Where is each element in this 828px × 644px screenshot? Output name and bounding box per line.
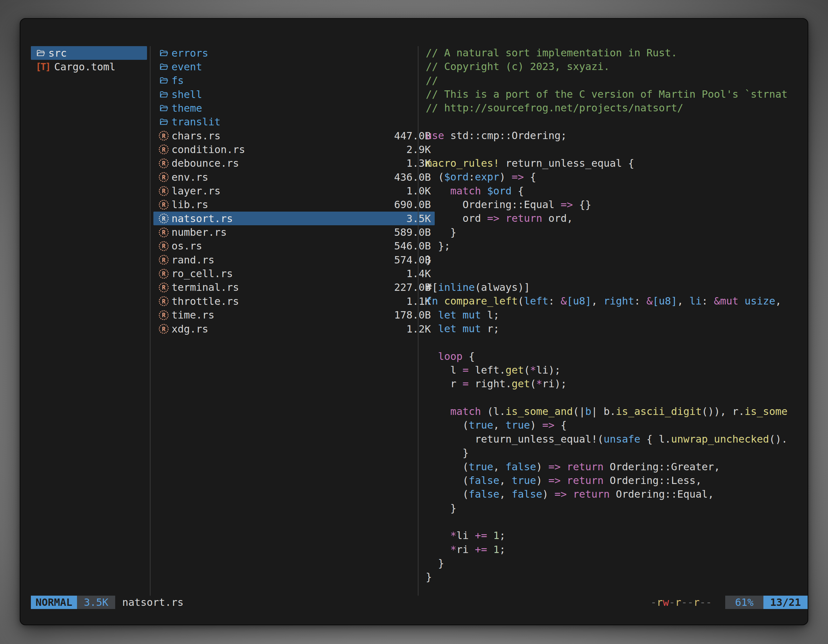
code-line: match $ord { [426,184,524,198]
file-row[interactable]: Rxdg.rs1.2K [154,322,435,336]
rust-file-icon: R [159,213,169,223]
file-row[interactable]: Rlib.rs690.0B [154,198,435,212]
code-line: r = right.get(*ri); [426,377,567,391]
folder-icon [159,118,169,126]
code-line: use std::cmp::Ordering; [426,129,567,143]
code-line: } [426,226,456,239]
code-line: }; [426,239,450,253]
directory-row[interactable]: errors [154,46,435,60]
file-name: throttle.rs [171,295,239,307]
code-line: #[inline(always)] [426,280,530,294]
folder-icon [36,49,45,58]
file-name: src [49,47,67,59]
file-row[interactable]: Rro_cell.rs1.4K [154,267,435,280]
desktop-background: src[T]Cargo.toml errorseventfsshelltheme… [0,0,828,644]
code-line: // This is a port of the C version of Ma… [426,88,787,101]
file-name: layer.rs [171,185,221,197]
file-row[interactable]: Rlayer.rs1.0K [154,184,435,198]
file-name: Cargo.toml [54,61,116,73]
code-line: let mut l; [426,308,499,322]
file-row[interactable]: Ros.rs546.0B [154,239,435,253]
rust-file-icon: R [159,296,169,306]
code-line: (false, false) => return Ordering::Equal… [426,487,714,501]
toml-file-icon: [T] [36,61,51,72]
directory-row[interactable]: fs [154,74,435,88]
pane-separator [150,46,151,595]
rust-file-icon: R [159,310,169,320]
code-line: ($ord:expr) => { [426,170,536,184]
rust-file-icon: R [159,172,169,182]
file-row[interactable]: Renv.rs436.0B [154,170,435,184]
code-line: } [426,556,444,570]
file-name: ro_cell.rs [171,268,233,280]
file-name: chars.rs [171,130,221,142]
file-row[interactable]: Rnumber.rs589.0B [154,226,435,239]
folder-icon [159,49,169,58]
code-line: ord => return ord, [426,212,573,225]
directory-row[interactable]: shell [154,88,435,101]
rust-file-icon: R [159,186,169,196]
rust-file-icon: R [159,255,169,265]
code-line: // A natural sort implementation in Rust… [426,46,677,60]
directory-row[interactable]: event [154,60,435,74]
file-name: lib.rs [171,199,209,211]
file-name: event [171,61,202,73]
scroll-percent-chip: 61% [725,595,764,609]
file-size-chip: 3.5K [77,595,115,609]
code-line: } [426,253,432,266]
code-line: // http://sourcefrog.net/projects/natsor… [426,101,683,115]
cursor-position-chip: 13/21 [764,595,808,609]
rust-file-icon: R [159,158,169,168]
rust-file-icon: R [159,144,169,154]
code-line: loop { [426,350,475,364]
file-row[interactable]: Rcondition.rs2.9K [154,143,435,156]
code-preview-pane: // A natural sort implementation in Rust… [426,46,802,595]
folder-icon [159,104,169,113]
code-line: return_unless_equal!(unsafe { l.unwrap_u… [426,432,787,446]
file-row[interactable]: [T]Cargo.toml [31,60,147,74]
code-line: (true, true) => { [426,418,567,432]
code-line: macro_rules! return_unless_equal { [426,157,634,170]
folder-icon [159,76,169,85]
current-directory-pane: errorseventfsshellthemetranslitRchars.rs… [154,46,435,595]
directory-row[interactable]: theme [154,101,435,115]
code-line: } [426,501,456,515]
status-bar: NORMAL 3.5K natsort.rs -rw-r--r-- 61% 13… [20,595,808,609]
rust-file-icon: R [159,324,169,334]
code-line: fn compare_left(left: &[u8], right: &[u8… [426,294,781,308]
file-name: debounce.rs [171,157,239,169]
code-line: match (l.is_some_and(|b| b.is_ascii_digi… [426,405,787,418]
directory-row[interactable]: src [31,46,147,60]
folder-icon [159,63,169,71]
file-row[interactable]: Rchars.rs447.0B [154,129,435,143]
file-name: natsort.rs [171,213,233,225]
file-name: rand.rs [171,254,215,266]
file-name: terminal.rs [171,281,239,293]
code-line: (false, true) => return Ordering::Less, [426,474,702,487]
file-row[interactable]: Rterminal.rs227.0B [154,280,435,294]
file-row[interactable]: Rdebounce.rs1.3K [154,157,435,170]
rust-file-icon: R [159,200,169,210]
code-line: } [426,446,469,460]
code-line: } [426,570,432,584]
file-name: translit [171,116,221,128]
file-name: theme [171,102,202,114]
file-row[interactable]: Rnatsort.rs3.5K [154,212,435,225]
code-line: *li += 1; [426,529,505,542]
code-line: // [426,74,438,88]
file-row[interactable]: Rthrottle.rs1.1K [154,294,435,308]
file-name: os.rs [171,240,202,252]
file-row[interactable]: Rtime.rs178.0B [154,308,435,322]
code-line: (true, false) => return Ordering::Greate… [426,460,720,474]
rust-file-icon: R [159,227,169,237]
file-name: fs [171,74,184,86]
directory-row[interactable]: translit [154,115,435,129]
code-line: l = left.get(*li); [426,364,561,377]
code-line: Ordering::Equal => {} [426,198,591,212]
file-name: xdg.rs [171,323,209,335]
status-filename: natsort.rs [122,595,183,609]
code-line: // Copyright (c) 2023, sxyazi. [426,60,610,74]
rust-file-icon: R [159,241,169,251]
mode-badge: NORMAL [31,595,77,609]
file-row[interactable]: Rrand.rs574.0B [154,253,435,266]
